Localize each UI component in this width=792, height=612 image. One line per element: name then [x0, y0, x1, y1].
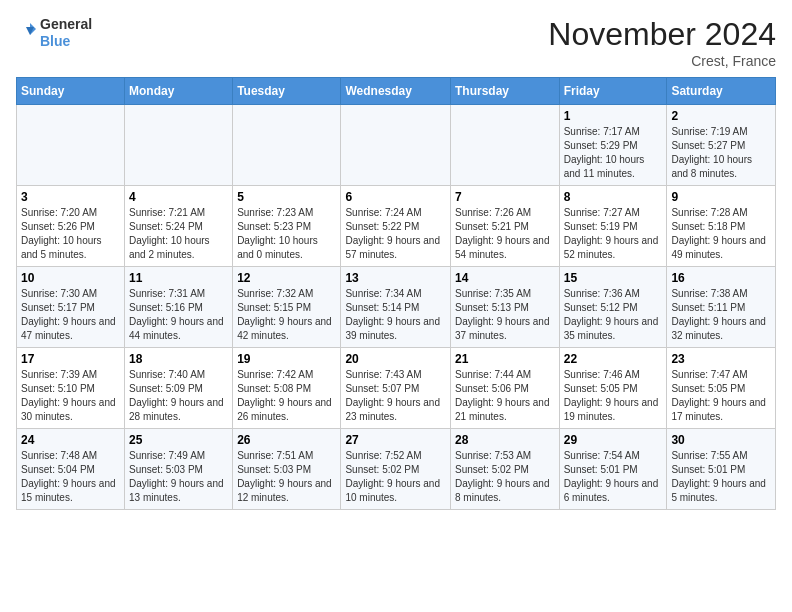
calendar-week-row: 17Sunrise: 7:39 AM Sunset: 5:10 PM Dayli…	[17, 348, 776, 429]
day-info: Sunrise: 7:35 AM Sunset: 5:13 PM Dayligh…	[455, 287, 555, 343]
calendar-cell	[17, 105, 125, 186]
calendar-week-row: 3Sunrise: 7:20 AM Sunset: 5:26 PM Daylig…	[17, 186, 776, 267]
calendar-cell: 20Sunrise: 7:43 AM Sunset: 5:07 PM Dayli…	[341, 348, 451, 429]
calendar-cell	[450, 105, 559, 186]
day-info: Sunrise: 7:52 AM Sunset: 5:02 PM Dayligh…	[345, 449, 446, 505]
calendar-cell: 18Sunrise: 7:40 AM Sunset: 5:09 PM Dayli…	[125, 348, 233, 429]
day-number: 20	[345, 352, 446, 366]
calendar-header-cell: Thursday	[450, 78, 559, 105]
day-info: Sunrise: 7:19 AM Sunset: 5:27 PM Dayligh…	[671, 125, 771, 181]
day-info: Sunrise: 7:30 AM Sunset: 5:17 PM Dayligh…	[21, 287, 120, 343]
calendar-week-row: 24Sunrise: 7:48 AM Sunset: 5:04 PM Dayli…	[17, 429, 776, 510]
calendar-cell: 11Sunrise: 7:31 AM Sunset: 5:16 PM Dayli…	[125, 267, 233, 348]
header: General Blue November 2024 Crest, France	[16, 16, 776, 69]
calendar-cell: 2Sunrise: 7:19 AM Sunset: 5:27 PM Daylig…	[667, 105, 776, 186]
day-info: Sunrise: 7:43 AM Sunset: 5:07 PM Dayligh…	[345, 368, 446, 424]
calendar-cell: 17Sunrise: 7:39 AM Sunset: 5:10 PM Dayli…	[17, 348, 125, 429]
day-number: 24	[21, 433, 120, 447]
day-info: Sunrise: 7:46 AM Sunset: 5:05 PM Dayligh…	[564, 368, 663, 424]
calendar-cell: 5Sunrise: 7:23 AM Sunset: 5:23 PM Daylig…	[233, 186, 341, 267]
calendar-header-cell: Tuesday	[233, 78, 341, 105]
day-number: 5	[237, 190, 336, 204]
day-number: 12	[237, 271, 336, 285]
calendar-cell: 9Sunrise: 7:28 AM Sunset: 5:18 PM Daylig…	[667, 186, 776, 267]
day-info: Sunrise: 7:48 AM Sunset: 5:04 PM Dayligh…	[21, 449, 120, 505]
day-info: Sunrise: 7:23 AM Sunset: 5:23 PM Dayligh…	[237, 206, 336, 262]
calendar-cell: 28Sunrise: 7:53 AM Sunset: 5:02 PM Dayli…	[450, 429, 559, 510]
day-info: Sunrise: 7:34 AM Sunset: 5:14 PM Dayligh…	[345, 287, 446, 343]
day-info: Sunrise: 7:55 AM Sunset: 5:01 PM Dayligh…	[671, 449, 771, 505]
day-number: 3	[21, 190, 120, 204]
day-number: 28	[455, 433, 555, 447]
day-info: Sunrise: 7:32 AM Sunset: 5:15 PM Dayligh…	[237, 287, 336, 343]
calendar-cell: 6Sunrise: 7:24 AM Sunset: 5:22 PM Daylig…	[341, 186, 451, 267]
calendar-header-cell: Saturday	[667, 78, 776, 105]
day-info: Sunrise: 7:40 AM Sunset: 5:09 PM Dayligh…	[129, 368, 228, 424]
calendar-header-row: SundayMondayTuesdayWednesdayThursdayFrid…	[17, 78, 776, 105]
day-number: 2	[671, 109, 771, 123]
logo-text: General Blue	[40, 16, 92, 50]
logo: General Blue	[16, 16, 92, 50]
calendar-body: 1Sunrise: 7:17 AM Sunset: 5:29 PM Daylig…	[17, 105, 776, 510]
day-info: Sunrise: 7:21 AM Sunset: 5:24 PM Dayligh…	[129, 206, 228, 262]
day-number: 13	[345, 271, 446, 285]
day-number: 21	[455, 352, 555, 366]
day-number: 16	[671, 271, 771, 285]
day-info: Sunrise: 7:36 AM Sunset: 5:12 PM Dayligh…	[564, 287, 663, 343]
calendar-cell	[233, 105, 341, 186]
calendar-cell	[125, 105, 233, 186]
day-number: 18	[129, 352, 228, 366]
calendar-cell: 13Sunrise: 7:34 AM Sunset: 5:14 PM Dayli…	[341, 267, 451, 348]
calendar-cell: 29Sunrise: 7:54 AM Sunset: 5:01 PM Dayli…	[559, 429, 667, 510]
day-number: 7	[455, 190, 555, 204]
calendar-cell: 8Sunrise: 7:27 AM Sunset: 5:19 PM Daylig…	[559, 186, 667, 267]
logo-line1: General	[40, 16, 92, 33]
title-area: November 2024 Crest, France	[548, 16, 776, 69]
day-info: Sunrise: 7:53 AM Sunset: 5:02 PM Dayligh…	[455, 449, 555, 505]
day-info: Sunrise: 7:27 AM Sunset: 5:19 PM Dayligh…	[564, 206, 663, 262]
calendar-cell: 30Sunrise: 7:55 AM Sunset: 5:01 PM Dayli…	[667, 429, 776, 510]
calendar-header-cell: Friday	[559, 78, 667, 105]
day-info: Sunrise: 7:20 AM Sunset: 5:26 PM Dayligh…	[21, 206, 120, 262]
day-number: 1	[564, 109, 663, 123]
calendar-cell: 7Sunrise: 7:26 AM Sunset: 5:21 PM Daylig…	[450, 186, 559, 267]
calendar-cell: 3Sunrise: 7:20 AM Sunset: 5:26 PM Daylig…	[17, 186, 125, 267]
day-number: 11	[129, 271, 228, 285]
calendar-cell: 19Sunrise: 7:42 AM Sunset: 5:08 PM Dayli…	[233, 348, 341, 429]
calendar-cell: 22Sunrise: 7:46 AM Sunset: 5:05 PM Dayli…	[559, 348, 667, 429]
calendar-cell: 14Sunrise: 7:35 AM Sunset: 5:13 PM Dayli…	[450, 267, 559, 348]
calendar-header-cell: Monday	[125, 78, 233, 105]
day-info: Sunrise: 7:24 AM Sunset: 5:22 PM Dayligh…	[345, 206, 446, 262]
calendar-cell: 1Sunrise: 7:17 AM Sunset: 5:29 PM Daylig…	[559, 105, 667, 186]
day-info: Sunrise: 7:26 AM Sunset: 5:21 PM Dayligh…	[455, 206, 555, 262]
day-number: 19	[237, 352, 336, 366]
calendar-header-cell: Sunday	[17, 78, 125, 105]
day-number: 15	[564, 271, 663, 285]
day-info: Sunrise: 7:39 AM Sunset: 5:10 PM Dayligh…	[21, 368, 120, 424]
calendar-table: SundayMondayTuesdayWednesdayThursdayFrid…	[16, 77, 776, 510]
day-number: 29	[564, 433, 663, 447]
day-number: 14	[455, 271, 555, 285]
calendar-cell: 25Sunrise: 7:49 AM Sunset: 5:03 PM Dayli…	[125, 429, 233, 510]
month-title: November 2024	[548, 16, 776, 53]
day-info: Sunrise: 7:47 AM Sunset: 5:05 PM Dayligh…	[671, 368, 771, 424]
day-number: 4	[129, 190, 228, 204]
day-info: Sunrise: 7:49 AM Sunset: 5:03 PM Dayligh…	[129, 449, 228, 505]
calendar-cell: 23Sunrise: 7:47 AM Sunset: 5:05 PM Dayli…	[667, 348, 776, 429]
calendar-week-row: 1Sunrise: 7:17 AM Sunset: 5:29 PM Daylig…	[17, 105, 776, 186]
calendar-header-cell: Wednesday	[341, 78, 451, 105]
day-info: Sunrise: 7:28 AM Sunset: 5:18 PM Dayligh…	[671, 206, 771, 262]
day-number: 30	[671, 433, 771, 447]
calendar-cell: 10Sunrise: 7:30 AM Sunset: 5:17 PM Dayli…	[17, 267, 125, 348]
logo-line2: Blue	[40, 33, 92, 50]
day-info: Sunrise: 7:44 AM Sunset: 5:06 PM Dayligh…	[455, 368, 555, 424]
day-number: 27	[345, 433, 446, 447]
calendar-cell: 12Sunrise: 7:32 AM Sunset: 5:15 PM Dayli…	[233, 267, 341, 348]
calendar-cell: 27Sunrise: 7:52 AM Sunset: 5:02 PM Dayli…	[341, 429, 451, 510]
calendar-cell: 4Sunrise: 7:21 AM Sunset: 5:24 PM Daylig…	[125, 186, 233, 267]
day-number: 26	[237, 433, 336, 447]
logo-container: General Blue	[16, 16, 92, 50]
calendar-cell: 21Sunrise: 7:44 AM Sunset: 5:06 PM Dayli…	[450, 348, 559, 429]
day-info: Sunrise: 7:51 AM Sunset: 5:03 PM Dayligh…	[237, 449, 336, 505]
location: Crest, France	[548, 53, 776, 69]
